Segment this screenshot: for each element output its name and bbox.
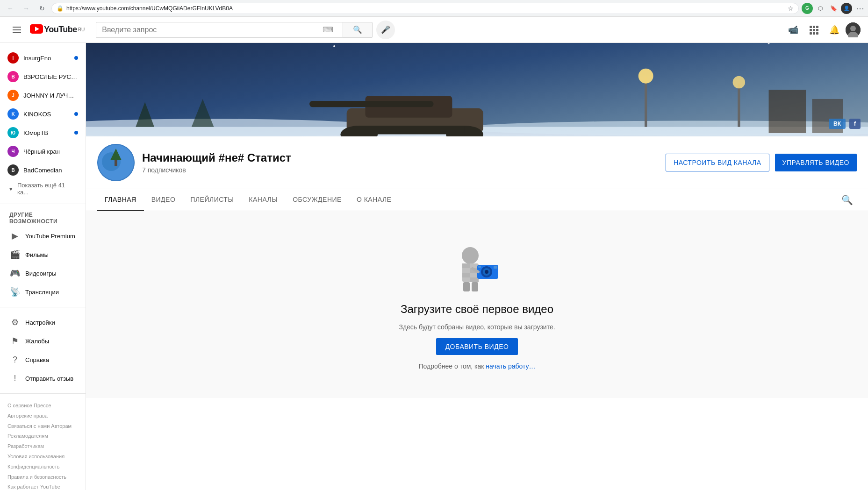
reload-button[interactable]: ↻ — [36, 2, 49, 15]
main-content: ВК f Начинающий — [86, 43, 868, 490]
browser-menu-button[interactable]: ⋯ — [856, 3, 864, 14]
sidebar-item-отправить-отзыв[interactable]: ! Отправить отзыв — [4, 369, 82, 388]
forward-button[interactable]: → — [20, 2, 33, 15]
channel-info-bar: Начинающий #не# Статист 7 подписчиков НА… — [86, 136, 868, 189]
apps-button[interactable] — [804, 21, 823, 39]
tab-главная[interactable]: ГЛАВНАЯ — [97, 189, 144, 211]
add-video-button[interactable]: ДОБАВИТЬ ВИДЕО — [436, 338, 518, 355]
channel-subscribers: 7 подписчиков — [142, 166, 658, 174]
manage-video-button[interactable]: УПРАВЛЯТЬ ВИДЕО — [775, 154, 857, 171]
ext-icon-4[interactable]: 👤 — [841, 3, 852, 14]
sidebar-channel-item[interactable]: I InsurgEno — [2, 49, 84, 67]
footer-link[interactable]: Авторам — [51, 423, 72, 429]
tab-каналы[interactable]: КАНАЛЫ — [241, 189, 285, 211]
footer-link[interactable]: Правила и безопасность — [7, 474, 66, 480]
subscriptions-section: I InsurgEno В ВЗРОСЛЫЕ РУСС... J JOHNNY … — [0, 47, 86, 200]
ext-icon-1[interactable]: G — [802, 3, 813, 14]
svg-rect-3 — [813, 26, 815, 28]
svg-point-19 — [638, 69, 653, 84]
sidebar-channel-item[interactable]: Ч Чёрный кран — [2, 142, 84, 161]
search-bar: ⌨ 🔍 🎤 — [96, 21, 395, 39]
channel-avatar-large — [97, 144, 135, 181]
tab-о канале[interactable]: О КАНАЛЕ — [349, 189, 399, 211]
tab-обсуждение[interactable]: ОБСУЖДЕНИЕ — [285, 189, 349, 211]
youtube-logo[interactable]: YouTube RU — [30, 23, 85, 36]
new-content-dot — [74, 131, 78, 135]
channel-avatar-small: J — [7, 90, 19, 101]
sidebar-item-icon: ? — [9, 355, 21, 365]
sidebar-channel-item[interactable]: K KINOKOS — [2, 105, 84, 123]
channel-name-label: ВЗРОСЛЫЕ РУСС... — [23, 73, 78, 80]
sidebar-item-справка[interactable]: ? Справка — [4, 350, 82, 369]
sidebar-channel-item[interactable]: Ю ЮморТВ — [2, 123, 84, 142]
svg-rect-6 — [813, 29, 815, 31]
svg-rect-9 — [813, 32, 815, 35]
sidebar-item-icon: ⚙ — [9, 317, 21, 327]
voice-search-button[interactable]: 🎤 — [376, 21, 395, 39]
show-more-label: Показать ещё 41 ка... — [17, 182, 76, 196]
channel-name-label: JOHNNY И ЛУЧШ... — [23, 92, 78, 99]
new-content-dot — [74, 56, 78, 60]
footer-link[interactable]: Как работает YouTube — [7, 484, 60, 490]
learn-more-link[interactable]: начать работу… — [486, 362, 535, 370]
ext-icon-3[interactable]: 🔖 — [828, 3, 839, 14]
channel-avatar-small: Ч — [7, 146, 19, 157]
tab-плейлисты[interactable]: ПЛЕЙЛИСТЫ — [183, 189, 241, 211]
sidebar-channel-item[interactable]: J JOHNNY И ЛУЧШ... — [2, 86, 84, 105]
sidebar-channel-item[interactable]: В ВЗРОСЛЫЕ РУСС... — [2, 67, 84, 86]
sidebar-item-жалобы[interactable]: ⚑ Жалобы — [4, 332, 82, 350]
browser-extensions: G ⬡ 🔖 👤 ⋯ — [802, 3, 864, 14]
svg-rect-2 — [810, 26, 812, 28]
channel-tabs: ГЛАВНАЯВИДЕОПЛЕЙЛИСТЫКАНАЛЫОБСУЖДЕНИЕО К… — [86, 189, 868, 211]
tab-видео[interactable]: ВИДЕО — [144, 189, 183, 211]
footer-link[interactable]: Связаться с нами — [7, 423, 50, 429]
menu-button[interactable] — [7, 21, 26, 39]
show-more-button[interactable]: ▾ Показать ещё 41 ка... — [0, 179, 86, 198]
back-button[interactable]: ← — [4, 2, 17, 15]
footer-link[interactable]: Авторские права — [7, 413, 48, 419]
search-button[interactable]: 🔍 — [343, 22, 373, 38]
vk-button[interactable]: ВК — [829, 119, 846, 129]
channel-name-label: Чёрный кран — [23, 148, 78, 155]
other-features-section: ДРУГИЕ ВОЗМОЖНОСТИ ▶ YouTube Premium 🎬 Ф… — [0, 208, 86, 303]
address-bar[interactable]: 🔒 https://www.youtube.com/channel/UCwMQG… — [51, 3, 799, 14]
footer-link[interactable]: О сервисе — [7, 403, 32, 408]
search-input[interactable] — [102, 26, 323, 34]
sidebar-item-youtube-premium[interactable]: ▶ YouTube Premium — [4, 227, 82, 245]
notifications-button[interactable]: 🔔 — [825, 21, 844, 39]
footer-link[interactable]: Прессе — [34, 403, 51, 408]
footer-link[interactable]: Условия использования — [7, 454, 65, 459]
svg-rect-24 — [309, 101, 434, 107]
channel-avatar-small: I — [7, 52, 19, 64]
sidebar-item-трансляции[interactable]: 📡 Трансляции — [4, 283, 82, 301]
channel-avatar-small: K — [7, 108, 19, 120]
sidebar-item-видеоигры[interactable]: 🎮 Видеоигры — [4, 264, 82, 283]
sidebar-item-icon: ! — [9, 374, 21, 383]
user-avatar[interactable] — [846, 22, 861, 37]
sidebar-item-настройки[interactable]: ⚙ Настройки — [4, 313, 82, 332]
search-input-wrap[interactable]: ⌨ — [96, 22, 343, 38]
tab-search-button[interactable]: 🔍 — [838, 191, 857, 209]
sidebar-item-label: Жалобы — [25, 338, 49, 345]
sidebar-item-фильмы[interactable]: 🎬 Фильмы — [4, 245, 82, 264]
channel-avatar-small: Ю — [7, 127, 19, 138]
footer-link[interactable]: Рекламодателям — [7, 433, 48, 439]
divider-2 — [0, 307, 86, 307]
sidebar-channel-item[interactable]: B BadComedian — [2, 161, 84, 179]
svg-rect-55 — [463, 282, 470, 291]
footer-link[interactable]: Конфиденциальность — [7, 464, 60, 469]
channel-actions: НАСТРОИТЬ ВИД КАНАЛА УПРАВЛЯТЬ ВИДЕО — [666, 154, 857, 171]
ext-icon-2[interactable]: ⬡ — [815, 3, 826, 14]
facebook-button[interactable]: f — [849, 119, 861, 129]
bookmark-icon[interactable]: ☆ — [788, 5, 794, 12]
svg-rect-5 — [810, 29, 812, 31]
svg-rect-53 — [478, 266, 481, 268]
create-video-button[interactable]: 📹 — [784, 21, 803, 39]
footer-link[interactable]: Разработчикам — [7, 443, 44, 449]
setup-channel-button[interactable]: НАСТРОИТЬ ВИД КАНАЛА — [666, 154, 769, 171]
youtube-header: YouTube RU ⌨ 🔍 🎤 📹 🔔 — [0, 17, 868, 43]
svg-rect-10 — [816, 32, 818, 35]
channel-title: Начинающий #не# Статист — [142, 151, 658, 164]
sidebar: I InsurgEno В ВЗРОСЛЫЕ РУСС... J JOHNNY … — [0, 43, 86, 490]
sidebar-item-label: Справка — [25, 356, 49, 363]
